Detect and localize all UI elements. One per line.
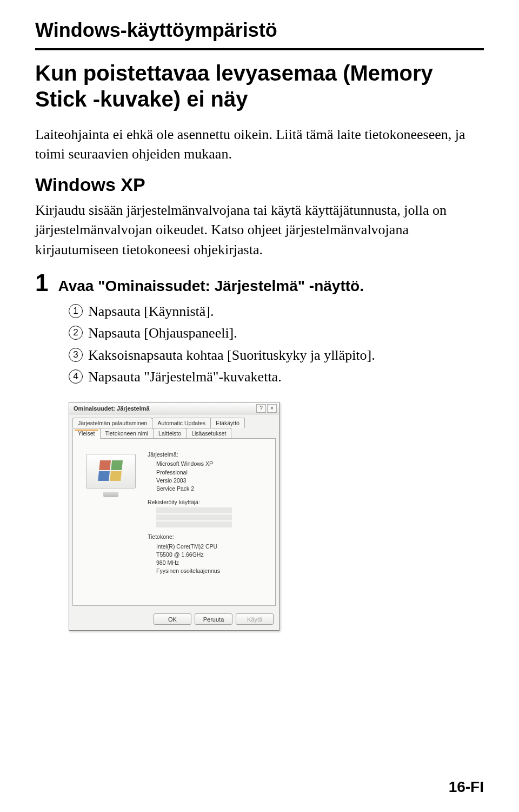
redacted-line [156, 514, 232, 520]
system-info: Järjestelmä: Microsoft Windows XP Profes… [148, 450, 267, 575]
windows-flag-icon [98, 460, 124, 482]
sub-item: Napsauta "Järjestelmä"-kuvaketta. [88, 366, 282, 388]
tab-restore[interactable]: Järjestelmän palauttaminen [72, 418, 152, 428]
sys-line: Versio 2003 [156, 477, 267, 485]
tabs-row-2: Yleiset Tietokoneen nimi Laitteisto Lisä… [69, 428, 279, 438]
dialog-buttons: OK Peruuta Käytä [69, 609, 279, 630]
page-footer: 16-FI [449, 778, 484, 796]
tab-computer-name[interactable]: Tietokoneen nimi [100, 428, 154, 438]
sys-line: Professional [156, 468, 267, 477]
sys-line: Service Pack 2 [156, 485, 267, 493]
tabs-row-1: Järjestelmän palauttaminen Automatic Upd… [69, 414, 279, 428]
dialog-screenshot: Ominaisuudet: Järjestelmä ? × Järjestelm… [69, 402, 484, 631]
redacted-line [156, 521, 232, 527]
page-title: Kun poistettavaa levyasemaa (Memory Stic… [35, 60, 484, 112]
close-icon[interactable]: × [267, 404, 277, 413]
titlebar: Ominaisuudet: Järjestelmä ? × [69, 402, 279, 414]
sub-heading: Windows XP [35, 174, 484, 195]
tab-advanced[interactable]: Lisäasetukset [186, 428, 231, 438]
tab-general[interactable]: Yleiset [72, 428, 101, 439]
reg-label: Rekisteröity käyttäjä: [148, 498, 267, 506]
redacted-line [156, 507, 232, 513]
comp-line: 980 MHz [156, 559, 267, 567]
sub-item: Napsauta [Käynnistä]. [88, 301, 214, 322]
sys-line: Microsoft Windows XP [156, 460, 267, 468]
monitor-icon [86, 454, 140, 497]
circled-2: 2 [69, 326, 83, 340]
comp-line: T5500 @ 1.66GHz [156, 551, 267, 559]
system-label: Järjestelmä: [148, 451, 267, 459]
help-icon[interactable]: ? [256, 404, 266, 413]
tab-hardware[interactable]: Laitteisto [153, 428, 187, 438]
tab-pane: Järjestelmä: Microsoft Windows XP Profes… [72, 438, 276, 606]
system-properties-dialog: Ominaisuudet: Järjestelmä ? × Järjestelm… [69, 402, 280, 631]
step-number: 1 [35, 269, 48, 296]
step-text: Avaa "Ominaissudet: Järjestelmä" -näyttö… [58, 278, 363, 295]
step-sublist: 1Napsauta [Käynnistä]. 2Napsauta [Ohjaus… [69, 301, 484, 388]
tab-remote[interactable]: Etäkäyttö [210, 418, 245, 428]
section-heading: Windows-käyttöympäristö [35, 19, 484, 42]
comp-label: Tietokone: [148, 533, 267, 541]
paragraph-1: Laiteohjainta ei ehkä ole asennettu oike… [35, 125, 484, 164]
comp-line: Fyysinen osoitelaajennus [156, 567, 267, 575]
dialog-title: Ominaisuudet: Järjestelmä [74, 405, 255, 412]
rule [35, 48, 484, 50]
ok-button[interactable]: OK [154, 613, 191, 625]
sub-item: Kaksoisnapsauta kohtaa [Suorituskyky ja … [88, 345, 375, 366]
circled-1: 1 [69, 304, 83, 318]
step-1: 1 Avaa "Ominaissudet: Järjestelmä" -näyt… [35, 269, 484, 296]
apply-button[interactable]: Käytä [236, 613, 274, 625]
tab-auto-updates[interactable]: Automatic Updates [152, 418, 211, 428]
cancel-button[interactable]: Peruuta [195, 613, 232, 625]
sub-item: Napsauta [Ohjauspaneeli]. [88, 322, 237, 344]
paragraph-2: Kirjaudu sisään järjestelmänvalvojana ta… [35, 201, 484, 260]
circled-3: 3 [69, 348, 83, 362]
circled-4: 4 [69, 369, 83, 384]
comp-line: Intel(R) Core(TM)2 CPU [156, 543, 267, 551]
